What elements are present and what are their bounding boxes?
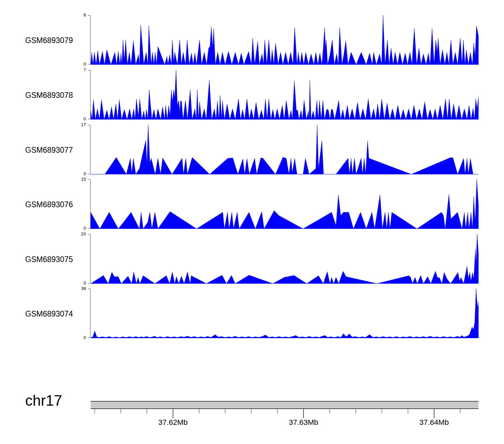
yaxis-max-label: 20	[70, 231, 86, 236]
yaxis-bracket	[87, 179, 91, 229]
yaxis-bracket	[87, 70, 91, 119]
ruler-tick-label: 37.62Mb	[158, 418, 188, 427]
coverage-area-GSM6893076	[91, 179, 478, 229]
ruler-tick-label: 37.64Mb	[419, 418, 449, 427]
genome-browser-figure: GSM689307960GSM689307870GSM6893077170GSM…	[0, 0, 504, 444]
yaxis-max-label: 38	[70, 286, 86, 291]
yaxis-min-label: 0	[70, 226, 86, 231]
yaxis-min-label: 0	[70, 281, 86, 286]
track-label: GSM6893078	[25, 91, 73, 100]
yaxis-bracket	[87, 234, 91, 284]
yaxis-bracket	[87, 125, 91, 174]
yaxis-max-label: 6	[70, 12, 86, 17]
coverage-area-GSM6893077	[91, 125, 478, 174]
yaxis-bracket	[87, 15, 91, 65]
yaxis-max-label: 7	[70, 67, 86, 72]
track-label: GSM6893074	[25, 309, 73, 319]
chromosome-label: chr17	[25, 392, 62, 409]
track-label: GSM6893075	[25, 255, 73, 264]
chromosome-ruler-bar	[91, 401, 478, 409]
track-label: GSM6893077	[25, 146, 73, 155]
yaxis-max-label: 15	[70, 177, 86, 182]
coverage-area-GSM6893079	[91, 15, 478, 65]
track-label: GSM6893079	[25, 36, 73, 45]
yaxis-min-label: 0	[70, 116, 86, 121]
coverage-area-GSM6893078	[91, 70, 478, 119]
yaxis-min-label: 0	[70, 335, 86, 340]
yaxis-max-label: 17	[70, 122, 86, 127]
coverage-area-GSM6893074	[91, 289, 478, 338]
coverage-area-GSM6893075	[91, 234, 478, 284]
yaxis-min-label: 0	[70, 62, 86, 67]
track-label: GSM6893076	[25, 200, 73, 209]
ruler-tick-label: 37.63Mb	[289, 418, 319, 427]
ruler-ticks	[91, 409, 478, 419]
yaxis-min-label: 0	[70, 171, 86, 176]
yaxis-bracket	[87, 289, 91, 338]
